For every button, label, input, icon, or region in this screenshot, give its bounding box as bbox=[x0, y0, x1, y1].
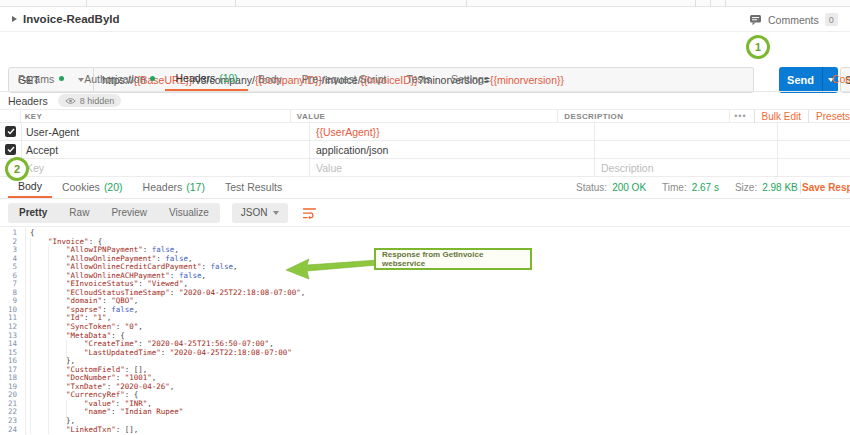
divider bbox=[754, 110, 755, 123]
format-select[interactable]: JSON bbox=[232, 203, 289, 223]
size-label: Size: bbox=[735, 182, 757, 193]
postman-request-window: Invoice-ReadById Comments 0 Examples GET… bbox=[0, 0, 850, 435]
url-row: GET https://{{BaseURL}}/v3/company/{{com… bbox=[0, 32, 850, 66]
request-title-row: Invoice-ReadById Comments 0 Examples bbox=[0, 7, 850, 32]
tab-settings[interactable]: Settings bbox=[441, 66, 499, 91]
row-checkbox[interactable] bbox=[5, 144, 16, 155]
response-tab-headers-label: Headers bbox=[143, 181, 183, 193]
tab-divider bbox=[466, 0, 467, 7]
save-response-button[interactable]: Save Response bbox=[802, 176, 850, 199]
tab-prerequest-label: Pre-request Script bbox=[302, 73, 387, 85]
tab-params-label: Params bbox=[18, 73, 54, 85]
header-value[interactable]: {{UserAgent}} bbox=[316, 126, 380, 138]
tab-body[interactable]: Body bbox=[248, 66, 292, 91]
wrap-text-button[interactable] bbox=[300, 204, 318, 222]
header-row-user-agent: User-Agent {{UserAgent}} bbox=[0, 123, 850, 141]
collection-tab-strip bbox=[0, 0, 850, 7]
response-tab-test-results[interactable]: Test Results bbox=[215, 176, 292, 198]
header-description[interactable] bbox=[595, 123, 778, 140]
description-placeholder-input[interactable]: Description bbox=[601, 162, 654, 174]
tab-divider bbox=[235, 0, 236, 7]
tab-tests[interactable]: Tests bbox=[396, 66, 441, 91]
header-value[interactable]: application/json bbox=[316, 144, 388, 156]
view-visualize[interactable]: Visualize bbox=[158, 203, 220, 223]
response-tab-cookies[interactable]: Cookies (20) bbox=[52, 176, 133, 198]
hidden-headers-label: 8 hidden bbox=[80, 96, 115, 106]
response-tab-cookies-label: Cookies bbox=[62, 181, 100, 193]
header-key[interactable]: User-Agent bbox=[26, 126, 79, 138]
request-title: Invoice-ReadById bbox=[23, 13, 120, 25]
response-tab-body-label: Body bbox=[18, 180, 42, 192]
tab-authorization-label: Authorization bbox=[84, 73, 145, 85]
comments-count-badge: 0 bbox=[825, 13, 838, 26]
annotation-step-1: 1 bbox=[746, 35, 770, 59]
headers-table: KEY VALUE DESCRIPTION ••• Bulk Edit Pres… bbox=[0, 109, 850, 177]
tab-divider bbox=[86, 0, 87, 7]
view-pretty[interactable]: Pretty bbox=[8, 203, 58, 223]
response-tab-cookies-count: (20) bbox=[104, 181, 123, 193]
check-icon bbox=[7, 128, 15, 135]
request-tabs: Params Authorization Headers (10) Body P… bbox=[0, 66, 850, 92]
time-value: 2.67 s bbox=[692, 182, 719, 193]
more-options-icon[interactable]: ••• bbox=[734, 111, 746, 121]
annotation-callout-text: Response from GetInvoice webservice bbox=[382, 250, 524, 268]
presets-link[interactable]: Presets bbox=[816, 111, 850, 122]
annotation-arrow-icon bbox=[282, 252, 378, 282]
tab-headers[interactable]: Headers (10) bbox=[165, 66, 247, 91]
bulk-edit-link[interactable]: Bulk Edit bbox=[762, 111, 801, 122]
hidden-headers-toggle[interactable]: 8 hidden bbox=[58, 94, 122, 107]
chevron-down-icon bbox=[273, 211, 279, 215]
response-tab-headers[interactable]: Headers (17) bbox=[133, 176, 215, 198]
response-tab-test-results-label: Test Results bbox=[225, 181, 282, 193]
header-row-empty: Key Value Description bbox=[0, 159, 850, 177]
divider bbox=[808, 110, 809, 123]
row-checkbox[interactable] bbox=[5, 126, 16, 137]
tab-divider bbox=[725, 0, 726, 7]
header-row-accept: Accept application/json bbox=[0, 141, 850, 159]
tab-body-label: Body bbox=[258, 73, 282, 85]
tab-headers-label: Headers bbox=[175, 72, 215, 84]
header-description[interactable] bbox=[595, 141, 778, 158]
header-cell-checkbox bbox=[0, 110, 21, 122]
tab-divider bbox=[710, 0, 711, 7]
time-label: Time: bbox=[662, 182, 687, 193]
headers-section-row: Headers 8 hidden bbox=[0, 92, 850, 109]
check-icon bbox=[7, 146, 15, 153]
column-value: VALUE bbox=[297, 112, 326, 121]
eye-icon bbox=[65, 97, 76, 105]
params-active-dot bbox=[59, 76, 64, 81]
tab-prerequest-script[interactable]: Pre-request Script bbox=[292, 66, 397, 91]
response-view-toolbar: Pretty Raw Preview Visualize JSON bbox=[0, 199, 850, 226]
view-raw[interactable]: Raw bbox=[58, 203, 100, 223]
column-key: KEY bbox=[25, 112, 43, 121]
collapse-caret-icon[interactable] bbox=[12, 16, 17, 22]
tab-settings-label: Settings bbox=[451, 73, 489, 85]
title-actions: Comments 0 Examples bbox=[749, 7, 850, 32]
cookies-link[interactable]: Cookies bbox=[832, 66, 850, 92]
wrap-text-icon bbox=[302, 206, 317, 220]
size-value: 2.98 KB bbox=[762, 182, 798, 193]
divider bbox=[800, 181, 801, 194]
view-preview[interactable]: Preview bbox=[100, 203, 158, 223]
code-gutter: 123456789101112131415161718192021222324 bbox=[0, 227, 26, 435]
tab-tests-label: Tests bbox=[406, 73, 431, 85]
header-key[interactable]: Accept bbox=[26, 144, 58, 156]
value-placeholder-input[interactable]: Value bbox=[316, 162, 342, 174]
column-description: DESCRIPTION bbox=[564, 112, 623, 121]
annotation-step-1-number: 1 bbox=[755, 41, 761, 53]
tab-headers-count: (10) bbox=[219, 72, 238, 84]
comments-button[interactable]: Comments bbox=[768, 14, 819, 26]
headers-section-label: Headers bbox=[8, 95, 48, 107]
annotation-step-2: 2 bbox=[5, 157, 29, 181]
view-mode-group: Pretty Raw Preview Visualize bbox=[8, 203, 220, 223]
headers-table-header: KEY VALUE DESCRIPTION ••• Bulk Edit Pres… bbox=[0, 110, 850, 123]
comment-icon bbox=[749, 14, 762, 26]
status-label: Status: bbox=[576, 182, 607, 193]
response-meta: Status: 200 OK Time: 2.67 s Size: 2.98 K… bbox=[576, 176, 798, 199]
authorization-active-dot bbox=[150, 76, 155, 81]
response-tab-headers-count: (17) bbox=[186, 181, 205, 193]
response-tabs-row: Body Cookies (20) Headers (17) Test Resu… bbox=[0, 176, 850, 199]
format-value: JSON bbox=[241, 207, 268, 218]
tab-authorization[interactable]: Authorization bbox=[74, 66, 165, 91]
tab-params[interactable]: Params bbox=[8, 66, 74, 91]
